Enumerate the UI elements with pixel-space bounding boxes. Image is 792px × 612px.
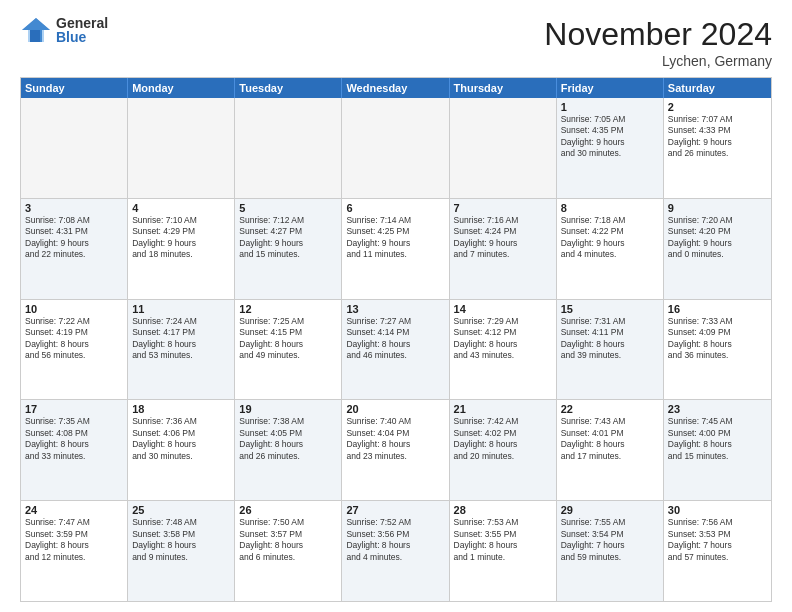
title-block: November 2024 Lychen, Germany [544,16,772,69]
day-info: Sunrise: 7:25 AM Sunset: 4:15 PM Dayligh… [239,316,337,362]
day-number: 2 [668,101,767,113]
header-cell-wednesday: Wednesday [342,78,449,98]
day-number: 20 [346,403,444,415]
day-cell-27: 27Sunrise: 7:52 AM Sunset: 3:56 PM Dayli… [342,501,449,601]
day-cell-26: 26Sunrise: 7:50 AM Sunset: 3:57 PM Dayli… [235,501,342,601]
header-cell-monday: Monday [128,78,235,98]
day-info: Sunrise: 7:24 AM Sunset: 4:17 PM Dayligh… [132,316,230,362]
day-info: Sunrise: 7:56 AM Sunset: 3:53 PM Dayligh… [668,517,767,563]
day-number: 13 [346,303,444,315]
day-info: Sunrise: 7:18 AM Sunset: 4:22 PM Dayligh… [561,215,659,261]
day-cell-12: 12Sunrise: 7:25 AM Sunset: 4:15 PM Dayli… [235,300,342,400]
day-cell-22: 22Sunrise: 7:43 AM Sunset: 4:01 PM Dayli… [557,400,664,500]
day-number: 11 [132,303,230,315]
calendar-row-2: 10Sunrise: 7:22 AM Sunset: 4:19 PM Dayli… [21,299,771,400]
day-cell-14: 14Sunrise: 7:29 AM Sunset: 4:12 PM Dayli… [450,300,557,400]
calendar-row-3: 17Sunrise: 7:35 AM Sunset: 4:08 PM Dayli… [21,399,771,500]
day-number: 24 [25,504,123,516]
day-number: 19 [239,403,337,415]
day-info: Sunrise: 7:50 AM Sunset: 3:57 PM Dayligh… [239,517,337,563]
day-info: Sunrise: 7:14 AM Sunset: 4:25 PM Dayligh… [346,215,444,261]
day-cell-23: 23Sunrise: 7:45 AM Sunset: 4:00 PM Dayli… [664,400,771,500]
page: General Blue November 2024 Lychen, Germa… [0,0,792,612]
empty-cell-0-1 [128,98,235,198]
calendar-body: 1Sunrise: 7:05 AM Sunset: 4:35 PM Daylig… [21,98,771,601]
empty-cell-0-2 [235,98,342,198]
day-number: 26 [239,504,337,516]
day-info: Sunrise: 7:22 AM Sunset: 4:19 PM Dayligh… [25,316,123,362]
day-number: 3 [25,202,123,214]
day-number: 16 [668,303,767,315]
day-info: Sunrise: 7:55 AM Sunset: 3:54 PM Dayligh… [561,517,659,563]
day-cell-24: 24Sunrise: 7:47 AM Sunset: 3:59 PM Dayli… [21,501,128,601]
day-info: Sunrise: 7:33 AM Sunset: 4:09 PM Dayligh… [668,316,767,362]
header-cell-tuesday: Tuesday [235,78,342,98]
day-info: Sunrise: 7:52 AM Sunset: 3:56 PM Dayligh… [346,517,444,563]
day-cell-3: 3Sunrise: 7:08 AM Sunset: 4:31 PM Daylig… [21,199,128,299]
day-info: Sunrise: 7:43 AM Sunset: 4:01 PM Dayligh… [561,416,659,462]
day-number: 12 [239,303,337,315]
day-number: 7 [454,202,552,214]
day-info: Sunrise: 7:53 AM Sunset: 3:55 PM Dayligh… [454,517,552,563]
day-cell-28: 28Sunrise: 7:53 AM Sunset: 3:55 PM Dayli… [450,501,557,601]
day-info: Sunrise: 7:48 AM Sunset: 3:58 PM Dayligh… [132,517,230,563]
day-info: Sunrise: 7:31 AM Sunset: 4:11 PM Dayligh… [561,316,659,362]
day-number: 8 [561,202,659,214]
calendar-row-0: 1Sunrise: 7:05 AM Sunset: 4:35 PM Daylig… [21,98,771,198]
day-info: Sunrise: 7:45 AM Sunset: 4:00 PM Dayligh… [668,416,767,462]
header-cell-friday: Friday [557,78,664,98]
day-number: 18 [132,403,230,415]
day-cell-2: 2Sunrise: 7:07 AM Sunset: 4:33 PM Daylig… [664,98,771,198]
day-info: Sunrise: 7:27 AM Sunset: 4:14 PM Dayligh… [346,316,444,362]
logo-text: General Blue [56,16,108,44]
day-info: Sunrise: 7:42 AM Sunset: 4:02 PM Dayligh… [454,416,552,462]
day-cell-1: 1Sunrise: 7:05 AM Sunset: 4:35 PM Daylig… [557,98,664,198]
month-title: November 2024 [544,16,772,53]
calendar-row-1: 3Sunrise: 7:08 AM Sunset: 4:31 PM Daylig… [21,198,771,299]
day-cell-30: 30Sunrise: 7:56 AM Sunset: 3:53 PM Dayli… [664,501,771,601]
calendar-row-4: 24Sunrise: 7:47 AM Sunset: 3:59 PM Dayli… [21,500,771,601]
day-cell-19: 19Sunrise: 7:38 AM Sunset: 4:05 PM Dayli… [235,400,342,500]
day-cell-8: 8Sunrise: 7:18 AM Sunset: 4:22 PM Daylig… [557,199,664,299]
day-cell-29: 29Sunrise: 7:55 AM Sunset: 3:54 PM Dayli… [557,501,664,601]
day-info: Sunrise: 7:20 AM Sunset: 4:20 PM Dayligh… [668,215,767,261]
header-cell-saturday: Saturday [664,78,771,98]
day-info: Sunrise: 7:47 AM Sunset: 3:59 PM Dayligh… [25,517,123,563]
logo-icon [20,16,52,44]
header: General Blue November 2024 Lychen, Germa… [20,16,772,69]
day-info: Sunrise: 7:38 AM Sunset: 4:05 PM Dayligh… [239,416,337,462]
day-info: Sunrise: 7:08 AM Sunset: 4:31 PM Dayligh… [25,215,123,261]
day-cell-16: 16Sunrise: 7:33 AM Sunset: 4:09 PM Dayli… [664,300,771,400]
day-cell-25: 25Sunrise: 7:48 AM Sunset: 3:58 PM Dayli… [128,501,235,601]
day-number: 25 [132,504,230,516]
day-cell-4: 4Sunrise: 7:10 AM Sunset: 4:29 PM Daylig… [128,199,235,299]
day-number: 30 [668,504,767,516]
day-number: 22 [561,403,659,415]
day-number: 14 [454,303,552,315]
location: Lychen, Germany [544,53,772,69]
day-info: Sunrise: 7:10 AM Sunset: 4:29 PM Dayligh… [132,215,230,261]
day-number: 28 [454,504,552,516]
day-number: 4 [132,202,230,214]
day-cell-21: 21Sunrise: 7:42 AM Sunset: 4:02 PM Dayli… [450,400,557,500]
logo-general: General [56,16,108,30]
header-cell-sunday: Sunday [21,78,128,98]
logo-blue: Blue [56,30,108,44]
day-number: 9 [668,202,767,214]
day-number: 27 [346,504,444,516]
day-number: 29 [561,504,659,516]
calendar-header: SundayMondayTuesdayWednesdayThursdayFrid… [21,78,771,98]
day-cell-7: 7Sunrise: 7:16 AM Sunset: 4:24 PM Daylig… [450,199,557,299]
day-number: 21 [454,403,552,415]
empty-cell-0-0 [21,98,128,198]
empty-cell-0-3 [342,98,449,198]
day-cell-17: 17Sunrise: 7:35 AM Sunset: 4:08 PM Dayli… [21,400,128,500]
day-number: 17 [25,403,123,415]
day-cell-11: 11Sunrise: 7:24 AM Sunset: 4:17 PM Dayli… [128,300,235,400]
day-cell-15: 15Sunrise: 7:31 AM Sunset: 4:11 PM Dayli… [557,300,664,400]
day-info: Sunrise: 7:05 AM Sunset: 4:35 PM Dayligh… [561,114,659,160]
day-info: Sunrise: 7:36 AM Sunset: 4:06 PM Dayligh… [132,416,230,462]
day-cell-5: 5Sunrise: 7:12 AM Sunset: 4:27 PM Daylig… [235,199,342,299]
logo: General Blue [20,16,108,44]
day-cell-10: 10Sunrise: 7:22 AM Sunset: 4:19 PM Dayli… [21,300,128,400]
